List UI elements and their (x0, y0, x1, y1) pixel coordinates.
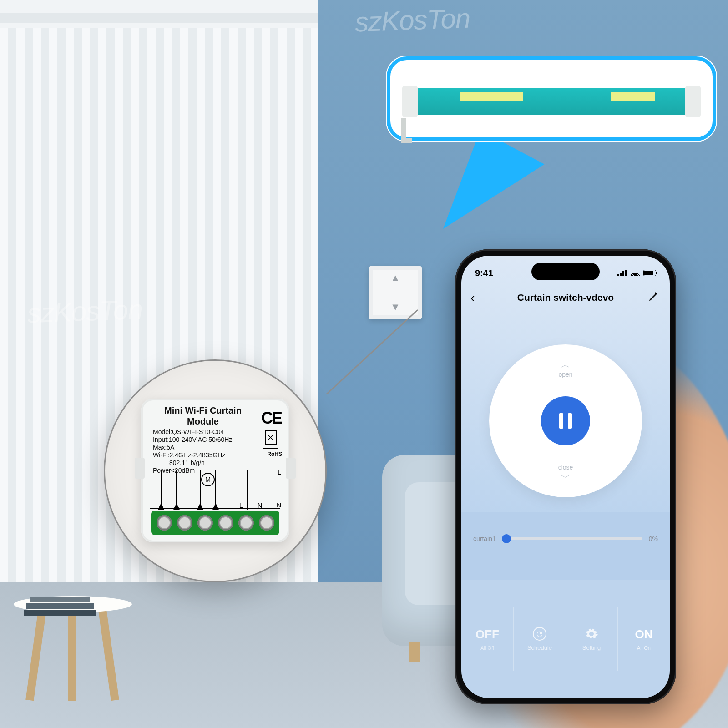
rohs-mark: RoHS (267, 450, 282, 457)
watermark: szKosTon (354, 3, 471, 38)
wifi-icon (631, 270, 640, 276)
phone-screen: 9:41 ‹ Curtain switch-vdevo ︿ (461, 256, 670, 698)
schedule-button[interactable]: ◔ Schedule (514, 580, 566, 698)
svg-text:L: L (239, 502, 243, 509)
ce-mark-icon: CE (261, 409, 281, 428)
pause-icon (559, 413, 572, 429)
settings-button[interactable]: Setting (566, 580, 617, 698)
product-marketing-scene: ▲ ▼ szKosTon szKosTon szKosTon Mini Wi-F… (0, 0, 728, 728)
gear-icon (585, 627, 598, 641)
books-stack (24, 596, 96, 616)
wiring-diagram: L N M L N (150, 470, 280, 509)
position-slider[interactable] (502, 537, 642, 540)
battery-icon (643, 270, 656, 276)
screw-terminals (151, 511, 279, 535)
curtain-control-dial: ︿ open close ﹀ (461, 323, 670, 519)
switch-up-icon: ▲ (390, 272, 400, 284)
open-button[interactable]: ︿ open (558, 360, 572, 378)
weee-bin-icon (265, 430, 277, 445)
module-label-text: Mini Wi-Fi Curtain Module Model:QS-WIFI-… (153, 405, 253, 475)
position-slider-row: curtain1 0% (473, 535, 658, 542)
cellular-signal-icon (617, 270, 627, 276)
chevron-up-icon: ︿ (561, 360, 570, 369)
pencil-icon (648, 291, 659, 302)
all-off-button[interactable]: OFF All Off (461, 580, 513, 698)
watermark: szKosTon (27, 294, 143, 329)
svg-text:M: M (205, 476, 211, 483)
smartphone: 9:41 ‹ Curtain switch-vdevo ︿ (455, 249, 676, 704)
device-title: Curtain switch-vdevo (517, 292, 614, 303)
status-time: 9:41 (475, 268, 493, 278)
pause-button[interactable] (541, 396, 590, 445)
motor-callout (387, 56, 716, 141)
motor-bracket-icon (401, 118, 412, 143)
clock-icon: ◔ (533, 627, 546, 641)
curtain-rod (0, 13, 318, 23)
tubular-motor (407, 88, 696, 115)
close-button[interactable]: close ﹀ (558, 464, 573, 482)
wifi-curtain-module: Mini Wi-Fi Curtain Module Model:QS-WIFI-… (141, 399, 289, 542)
all-on-button[interactable]: ON All On (618, 580, 670, 698)
bottom-action-bar: OFF All Off ◔ Schedule Setting ON (461, 580, 670, 698)
edit-button[interactable] (648, 291, 659, 304)
module-callout: Mini Wi-Fi Curtain Module Model:QS-WIFI-… (104, 359, 327, 582)
back-button[interactable]: ‹ (470, 290, 475, 305)
chevron-down-icon: ﹀ (561, 473, 570, 482)
slider-label: curtain1 (473, 535, 496, 542)
app-header: ‹ Curtain switch-vdevo (461, 285, 670, 310)
module-callout-line (322, 308, 422, 399)
dynamic-island (531, 263, 600, 280)
svg-text:N: N (258, 502, 262, 509)
slider-thumb[interactable] (502, 534, 511, 543)
slider-value: 0% (649, 535, 658, 542)
